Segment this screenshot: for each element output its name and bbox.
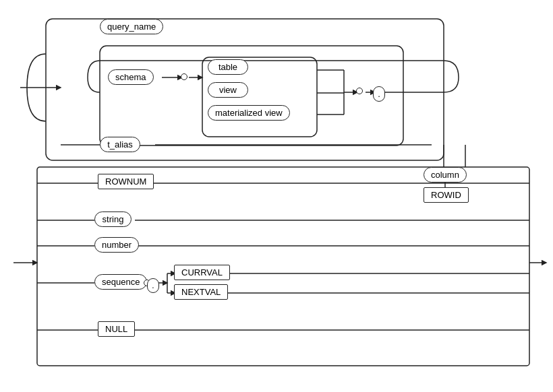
view-node: view [208,82,248,98]
rownum-node: ROWNUM [98,174,154,189]
seq-period-node: . [147,278,159,293]
rowid-node: ROWID [424,187,469,203]
nextval-node: NEXTVAL [174,284,228,300]
column-node: column [424,167,467,183]
query-name-node: query_name [100,19,163,34]
number-node: number [94,237,139,253]
diagram: query_name schema table view materialize… [0,0,553,392]
table-node: table [208,59,248,75]
currval-node: CURRVAL [174,265,230,280]
sequence-node: sequence [94,274,147,290]
dot2-node [356,88,363,94]
null-node: NULL [98,321,135,337]
dot1-node [181,73,187,80]
t-alias-node: t_alias [100,137,140,152]
diagram-svg [0,0,553,392]
dot3-node: . [373,86,385,102]
materialized-view-node: materialized view [208,105,290,121]
schema-node: schema [108,69,154,85]
string-node: string [94,211,132,227]
